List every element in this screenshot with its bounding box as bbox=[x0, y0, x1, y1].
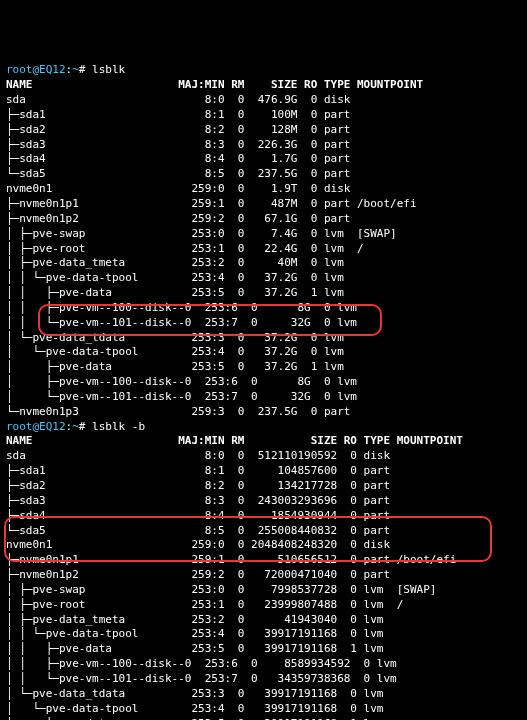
table-row: ├─sda1 8:1 0 100M 0 part bbox=[6, 108, 521, 123]
table-row: │ ├─pve-data 253:5 0 37.2G 1 lvm bbox=[6, 360, 521, 375]
table-row: │ │ ├─pve-data 253:5 0 39917191168 1 lvm bbox=[6, 642, 521, 657]
table-row: ├─nvme0n1p1 259:1 0 510656512 0 part /bo… bbox=[6, 553, 521, 568]
table-row: │ ├─pve-swap 253:0 0 7998537728 0 lvm [S… bbox=[6, 583, 521, 598]
command-text: lsblk bbox=[92, 63, 125, 76]
table-row: │ │ ├─pve-data 253:5 0 37.2G 1 lvm bbox=[6, 286, 521, 301]
table-row: │ └─pve-data_tdata 253:3 0 37.2G 0 lvm bbox=[6, 331, 521, 346]
prompt-userhost: root@EQ12 bbox=[6, 420, 66, 433]
prompt-hash: # bbox=[79, 420, 92, 433]
table-row: ├─sda2 8:2 0 128M 0 part bbox=[6, 123, 521, 138]
table-row: sda 8:0 0 476.9G 0 disk bbox=[6, 93, 521, 108]
table-row: │ │ └─pve-vm--101--disk--0 253:7 0 34359… bbox=[6, 672, 521, 687]
table-row: │ ├─pve-data 253:5 0 39917191168 1 lvm bbox=[6, 717, 521, 721]
table-row: │ │ └─pve-vm--101--disk--0 253:7 0 32G 0… bbox=[6, 316, 521, 331]
table-row: └─sda5 8:5 0 237.5G 0 part bbox=[6, 167, 521, 182]
table-row: │ │ └─pve-data-tpool 253:4 0 39917191168… bbox=[6, 627, 521, 642]
table-row: ├─nvme0n1p1 259:1 0 487M 0 part /boot/ef… bbox=[6, 197, 521, 212]
table-row: ├─sda4 8:4 0 1854930944 0 part bbox=[6, 509, 521, 524]
prompt-cwd: ~ bbox=[72, 420, 79, 433]
table-row: sda 8:0 0 512110190592 0 disk bbox=[6, 449, 521, 464]
table-row: ├─sda3 8:3 0 243003293696 0 part bbox=[6, 494, 521, 509]
prompt-line[interactable]: root@EQ12:~# lsblk bbox=[6, 63, 521, 78]
terminal[interactable]: root@EQ12:~# lsblkNAME MAJ:MIN RM SIZE R… bbox=[6, 63, 521, 720]
table-row: nvme0n1 259:0 0 2048408248320 0 disk bbox=[6, 538, 521, 553]
table-header: NAME MAJ:MIN RM SIZE RO TYPE MOUNTPOINT bbox=[6, 434, 521, 449]
table-row: ├─nvme0n1p2 259:2 0 67.1G 0 part bbox=[6, 212, 521, 227]
table-row: │ ├─pve-root 253:1 0 22.4G 0 lvm / bbox=[6, 242, 521, 257]
prompt-cwd: ~ bbox=[72, 63, 79, 76]
table-row: └─sda5 8:5 0 255008440832 0 part bbox=[6, 524, 521, 539]
prompt-userhost: root@EQ12 bbox=[6, 63, 66, 76]
table-row: │ ├─pve-data_tmeta 253:2 0 40M 0 lvm bbox=[6, 256, 521, 271]
table-row: │ └─pve-data_tdata 253:3 0 39917191168 0… bbox=[6, 687, 521, 702]
table-row: │ └─pve-data-tpool 253:4 0 37.2G 0 lvm bbox=[6, 345, 521, 360]
table-header: NAME MAJ:MIN RM SIZE RO TYPE MOUNTPOINT bbox=[6, 78, 521, 93]
table-row: ├─sda3 8:3 0 226.3G 0 part bbox=[6, 138, 521, 153]
table-row: │ ├─pve-root 253:1 0 23999807488 0 lvm / bbox=[6, 598, 521, 613]
prompt-line[interactable]: root@EQ12:~# lsblk -b bbox=[6, 420, 521, 435]
table-row: │ ├─pve-swap 253:0 0 7.4G 0 lvm [SWAP] bbox=[6, 227, 521, 242]
table-row: ├─sda2 8:2 0 134217728 0 part bbox=[6, 479, 521, 494]
table-row: nvme0n1 259:0 0 1.9T 0 disk bbox=[6, 182, 521, 197]
table-row: │ ├─pve-vm--100--disk--0 253:6 0 8G 0 lv… bbox=[6, 375, 521, 390]
table-row: ├─sda4 8:4 0 1.7G 0 part bbox=[6, 152, 521, 167]
table-row: ├─sda1 8:1 0 104857600 0 part bbox=[6, 464, 521, 479]
table-row: ├─nvme0n1p2 259:2 0 72000471040 0 part bbox=[6, 568, 521, 583]
table-row: │ └─pve-data-tpool 253:4 0 39917191168 0… bbox=[6, 702, 521, 717]
command-text: lsblk -b bbox=[92, 420, 145, 433]
table-row: │ └─pve-vm--101--disk--0 253:7 0 32G 0 l… bbox=[6, 390, 521, 405]
table-row: │ │ └─pve-data-tpool 253:4 0 37.2G 0 lvm bbox=[6, 271, 521, 286]
table-row: └─nvme0n1p3 259:3 0 237.5G 0 part bbox=[6, 405, 521, 420]
prompt-hash: # bbox=[79, 63, 92, 76]
table-row: │ │ ├─pve-vm--100--disk--0 253:6 0 8G 0 … bbox=[6, 301, 521, 316]
table-row: │ │ ├─pve-vm--100--disk--0 253:6 0 85899… bbox=[6, 657, 521, 672]
table-row: │ ├─pve-data_tmeta 253:2 0 41943040 0 lv… bbox=[6, 613, 521, 628]
